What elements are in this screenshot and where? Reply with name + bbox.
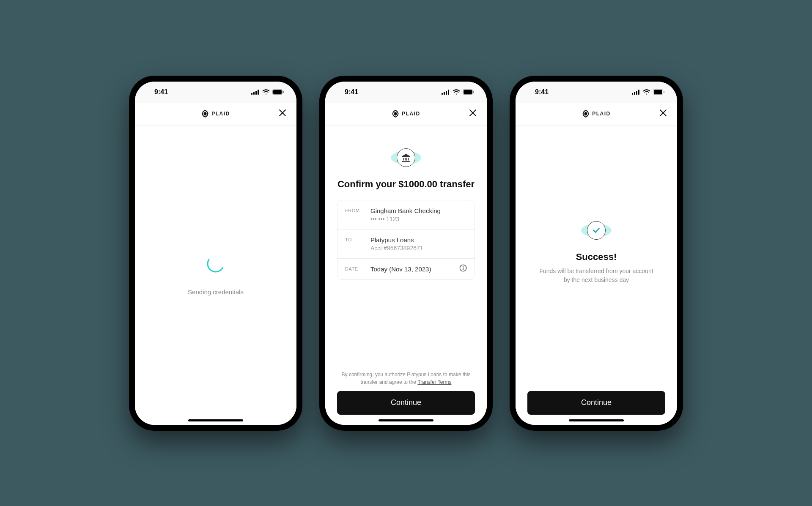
svg-rect-22 (636, 91, 637, 95)
spinner-icon (206, 254, 225, 273)
svg-point-18 (463, 266, 464, 267)
to-label: TO (345, 236, 370, 242)
phone-screen: 9:41 PLAID Sending credentials (135, 82, 296, 425)
status-icons (442, 89, 474, 95)
to-account-number: Acct #95673892671 (370, 245, 467, 252)
status-time: 9:41 (338, 88, 358, 96)
status-icons (251, 89, 284, 95)
transfer-terms-link[interactable]: Transfer Terms (417, 379, 451, 385)
from-account-number: ••• ••• 1123 (370, 216, 467, 222)
content-area: Success! Funds will be transferred from … (516, 126, 677, 425)
check-icon (592, 226, 601, 235)
svg-rect-20 (632, 93, 633, 95)
spacer (337, 280, 475, 371)
svg-rect-25 (654, 90, 662, 94)
app-header: PLAID (325, 103, 487, 126)
loading-text: Sending credentials (188, 288, 244, 295)
battery-icon (272, 89, 284, 95)
svg-rect-0 (251, 93, 252, 95)
svg-rect-3 (258, 90, 259, 95)
row-from: FROM Gingham Bank Checking ••• ••• 1123 (337, 200, 475, 230)
plaid-logo: PLAID (201, 110, 230, 118)
phone-frame-success: 9:41 PLAID (510, 76, 683, 431)
date-label: DATE (345, 265, 370, 271)
from-account-name: Gingham Bank Checking (370, 207, 467, 214)
battery-icon (653, 89, 664, 95)
status-time: 9:41 (528, 88, 549, 96)
bank-icon (401, 153, 411, 162)
svg-rect-23 (638, 90, 639, 95)
cellular-icon (251, 90, 260, 95)
cellular-icon (442, 90, 450, 95)
phone-frame-loading: 9:41 PLAID Sending credentials (129, 76, 302, 431)
svg-rect-1 (253, 92, 255, 95)
close-button[interactable] (279, 109, 286, 118)
wifi-icon (643, 89, 650, 95)
disclaimer: By confirming, you authorize Platypus Lo… (337, 371, 475, 386)
plaid-logo-icon (201, 110, 209, 118)
svg-rect-6 (283, 91, 284, 93)
svg-rect-14 (473, 91, 474, 93)
plaid-logo-icon (392, 110, 399, 118)
phone-screen: 9:41 PLAID (325, 82, 487, 425)
info-button[interactable] (459, 264, 467, 274)
svg-rect-5 (273, 90, 282, 94)
success-hero-icon (582, 219, 611, 241)
phone-screen: 9:41 PLAID (516, 82, 677, 425)
success-subtitle: Funds will be transferred from your acco… (527, 267, 665, 284)
svg-rect-9 (444, 92, 445, 95)
bank-hero-icon (391, 147, 421, 169)
svg-rect-10 (446, 91, 447, 95)
svg-rect-21 (634, 92, 635, 95)
loading-container: Sending credentials (147, 126, 285, 425)
close-button[interactable] (469, 109, 477, 118)
confirm-top: Confirm your $1000.00 transfer FROM Ging… (337, 126, 475, 280)
info-icon (459, 264, 467, 272)
phone-frame-confirm: 9:41 PLAID (319, 76, 493, 431)
row-date: DATE Today (Nov 13, 2023) (337, 259, 475, 279)
content-area: Sending credentials (135, 126, 296, 425)
to-value: Platypus Loans Acct #95673892671 (370, 236, 467, 252)
svg-point-7 (206, 254, 225, 273)
plaid-logo: PLAID (392, 110, 420, 118)
svg-rect-8 (442, 93, 443, 95)
wifi-icon (262, 89, 270, 95)
svg-rect-26 (664, 91, 664, 93)
continue-button[interactable]: Continue (337, 391, 475, 415)
date-value: Today (Nov 13, 2023) (370, 265, 467, 273)
status-bar: 9:41 (516, 82, 677, 103)
confirm-title: Confirm your $1000.00 transfer (337, 179, 475, 190)
success-container: Success! Funds will be transferred from … (527, 109, 665, 374)
app-header: PLAID (135, 103, 296, 126)
svg-rect-11 (448, 90, 449, 95)
svg-rect-19 (463, 268, 464, 270)
home-indicator[interactable] (188, 419, 243, 421)
close-icon (469, 109, 477, 117)
battery-icon (463, 89, 474, 95)
home-indicator[interactable] (379, 419, 433, 421)
plaid-logo-text: PLAID (211, 111, 230, 117)
status-bar: 9:41 (325, 82, 487, 103)
status-bar: 9:41 (135, 82, 296, 103)
row-to: TO Platypus Loans Acct #95673892671 (337, 230, 475, 259)
content-area: Confirm your $1000.00 transfer FROM Ging… (325, 126, 487, 425)
svg-rect-2 (255, 91, 257, 95)
from-label: FROM (345, 207, 370, 213)
home-indicator[interactable] (569, 419, 624, 421)
footer: By confirming, you authorize Platypus Lo… (337, 371, 475, 425)
continue-button[interactable]: Continue (527, 391, 665, 415)
success-title: Success! (576, 252, 617, 263)
cellular-icon (632, 90, 640, 95)
svg-rect-13 (464, 90, 472, 94)
to-account-name: Platypus Loans (370, 236, 467, 243)
wifi-icon (453, 89, 460, 95)
from-value: Gingham Bank Checking ••• ••• 1123 (370, 207, 467, 222)
status-icons (632, 89, 664, 95)
plaid-logo-text: PLAID (402, 111, 420, 117)
status-time: 9:41 (148, 88, 168, 96)
transfer-card: FROM Gingham Bank Checking ••• ••• 1123 … (337, 200, 475, 280)
close-icon (279, 109, 286, 117)
